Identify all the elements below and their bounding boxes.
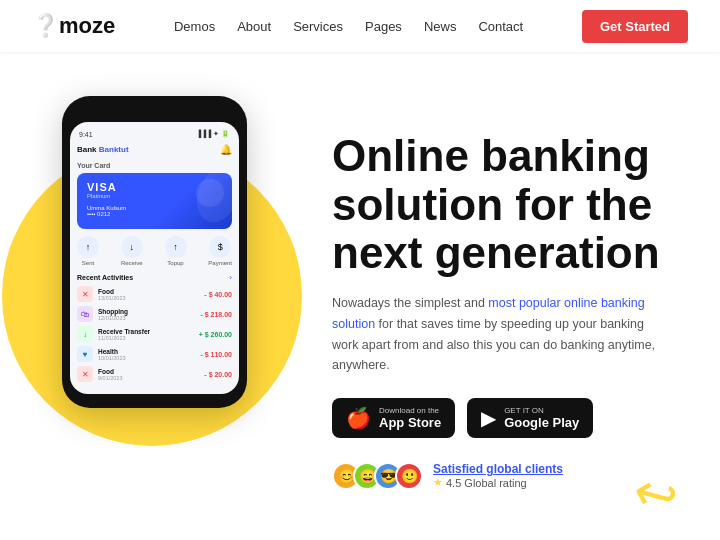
navbar: ❔moze Demos About Services Pages News Co…	[0, 0, 720, 52]
visa-card: VISA Platinum Umma Kulsum •••• 0212	[77, 173, 232, 229]
client-avatars: 😊 😄 😎 🙂	[332, 462, 423, 490]
payment-label: Payment	[208, 260, 232, 266]
google-play-icon: ▶	[481, 406, 496, 430]
txn-health-info: Health 10/01/2023	[98, 348, 195, 361]
phone-bank-name: Bank Banktut	[77, 145, 129, 154]
app-store-text: Download on the App Store	[379, 406, 441, 430]
phone-card-label: Your Card	[77, 162, 232, 169]
phone-status-bar: 9:41 ▐▐▐ ✦ 🔋	[77, 130, 232, 138]
hero-content: Online banking solution for the next gen…	[292, 122, 688, 490]
receive-label: Receive	[121, 260, 143, 266]
txn-food-1-info: Food 13/01/2023	[98, 288, 199, 301]
txn-health-amt: - $ 110.00	[200, 351, 232, 358]
txn-transfer: ↓ Receive Transfer 11/01/2023 + $ 260.00	[77, 326, 232, 342]
recent-section-header: Recent Activities ›	[77, 273, 232, 282]
nav-about[interactable]: About	[237, 19, 271, 34]
hero-title: Online banking solution for the next gen…	[332, 132, 688, 277]
phone-app-header: Bank Banktut 🔔	[77, 144, 232, 155]
txn-shopping-amt: - $ 218.00	[200, 311, 232, 318]
txn-food-2-info: Food 9/01/2023	[98, 368, 199, 381]
hero-section: 9:41 ▐▐▐ ✦ 🔋 Bank Banktut 🔔 Your Card VI…	[0, 52, 720, 540]
txn-shopping: 🛍 Shopping 12/01/2023 - $ 218.00	[77, 306, 232, 322]
phone-screen: 9:41 ▐▐▐ ✦ 🔋 Bank Banktut 🔔 Your Card VI…	[70, 122, 239, 394]
recent-more-icon[interactable]: ›	[229, 273, 232, 282]
txn-food-2-amt: - $ 20.00	[204, 371, 232, 378]
rating-row: ★ 4.5 Global rating	[433, 476, 563, 489]
txn-food-2-icon: ✕	[77, 366, 93, 382]
phone-notch	[130, 106, 180, 116]
clients-label: Satisfied global clients	[433, 462, 563, 476]
nav-contact[interactable]: Contact	[478, 19, 523, 34]
action-receive: ↓ Receive	[121, 236, 143, 266]
txn-food-2: ✕ Food 9/01/2023 - $ 20.00	[77, 366, 232, 382]
store-buttons: 🍎 Download on the App Store ▶ GET IT ON …	[332, 398, 688, 438]
txn-transfer-info: Receive Transfer 11/01/2023	[98, 328, 194, 341]
google-play-text: GET IT ON Google Play	[504, 406, 579, 430]
action-payment: $ Payment	[208, 236, 232, 266]
client-avatar-4: 🙂	[395, 462, 423, 490]
get-started-button[interactable]: Get Started	[582, 10, 688, 43]
txn-food-1: ✕ Food 13/01/2023 - $ 40.00	[77, 286, 232, 302]
phone-signal: ▐▐▐ ✦ 🔋	[196, 130, 230, 138]
sent-icon: ↑	[77, 236, 99, 258]
apple-icon: 🍎	[346, 406, 371, 430]
txn-shopping-info: Shopping 12/01/2023	[98, 308, 195, 321]
phone-device: 9:41 ▐▐▐ ✦ 🔋 Bank Banktut 🔔 Your Card VI…	[62, 96, 247, 408]
txn-transfer-icon: ↓	[77, 326, 93, 342]
phone-time: 9:41	[79, 131, 93, 138]
clients-info: Satisfied global clients ★ 4.5 Global ra…	[433, 462, 563, 489]
topup-icon: ↑	[165, 236, 187, 258]
nav-demos[interactable]: Demos	[174, 19, 215, 34]
txn-food-1-icon: ✕	[77, 286, 93, 302]
topup-label: Topup	[167, 260, 183, 266]
receive-icon: ↓	[121, 236, 143, 258]
recent-title: Recent Activities	[77, 274, 133, 281]
nav-news[interactable]: News	[424, 19, 457, 34]
rating-text: 4.5 Global rating	[446, 477, 527, 489]
phone-mockup: 9:41 ▐▐▐ ✦ 🔋 Bank Banktut 🔔 Your Card VI…	[32, 86, 292, 526]
txn-health: ♥ Health 10/01/2023 - $ 110.00	[77, 346, 232, 362]
phone-actions: ↑ Sent ↓ Receive ↑ Topup $ Payment	[77, 236, 232, 266]
payment-icon: $	[209, 236, 231, 258]
star-icon: ★	[433, 476, 443, 489]
nav-services[interactable]: Services	[293, 19, 343, 34]
phone-bell-icon: 🔔	[220, 144, 232, 155]
nav-links: Demos About Services Pages News Contact	[174, 19, 523, 34]
txn-shopping-icon: 🛍	[77, 306, 93, 322]
logo: ❔moze	[32, 13, 115, 39]
action-sent: ↑ Sent	[77, 236, 99, 266]
app-store-button[interactable]: 🍎 Download on the App Store	[332, 398, 455, 438]
google-play-button[interactable]: ▶ GET IT ON Google Play	[467, 398, 593, 438]
hero-description: Nowadays the simplest and most popular o…	[332, 293, 672, 376]
nav-pages[interactable]: Pages	[365, 19, 402, 34]
txn-food-1-amt: - $ 40.00	[204, 291, 232, 298]
txn-transfer-amt: + $ 260.00	[199, 331, 232, 338]
action-topup: ↑ Topup	[165, 236, 187, 266]
sent-label: Sent	[82, 260, 94, 266]
txn-health-icon: ♥	[77, 346, 93, 362]
